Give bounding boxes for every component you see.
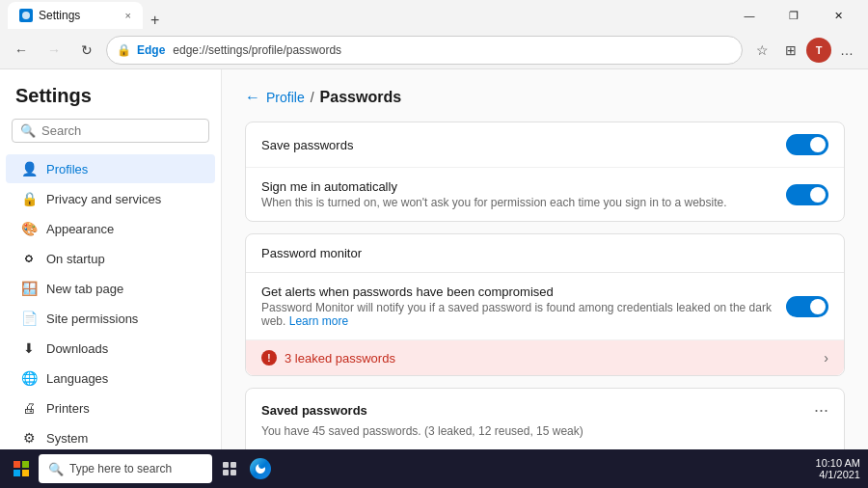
breadcrumb-profile-link[interactable]: Profile [266, 90, 305, 105]
search-input[interactable] [41, 123, 203, 138]
taskbar-search-placeholder: Type here to search [69, 462, 172, 475]
taskbar-search-icon: 🔍 [48, 462, 64, 476]
lock-icon: 🔒 [117, 43, 131, 57]
collections-button[interactable]: ⊞ [777, 37, 804, 64]
svg-rect-14 [22, 470, 29, 476]
monitor-alert-row: Get alerts when passwords have been comp… [246, 273, 844, 340]
saved-passwords-header: Saved passwords ··· [246, 389, 844, 424]
sidebar-item-profiles[interactable]: 👤 Profiles [6, 154, 215, 183]
tab-title: Settings [39, 9, 80, 22]
system-icon: ⚙ [21, 430, 37, 446]
settings-tab[interactable]: Settings × [8, 2, 143, 29]
tab-bar: Settings × + [8, 2, 719, 29]
sidebar-item-printers[interactable]: 🖨 Printers [6, 393, 215, 422]
title-bar: Settings × + — ❐ ✕ [0, 0, 868, 31]
sidebar-title: Settings [0, 85, 221, 119]
svg-rect-13 [14, 470, 20, 476]
address-text: edge://settings/profile/passwords [173, 43, 341, 57]
monitor-header-row: Password monitor [246, 234, 844, 273]
edge-taskbar-button[interactable] [247, 455, 274, 482]
breadcrumb: ← Profile / Passwords [245, 89, 845, 106]
save-passwords-row: Save passwords [246, 122, 844, 168]
sidebar-item-system[interactable]: ⚙ System [6, 423, 215, 449]
settings-tab-icon [19, 9, 33, 22]
site-permissions-icon: 📄 [21, 311, 37, 326]
settings-more-button[interactable]: … [833, 37, 860, 64]
sidebar-item-languages[interactable]: 🌐 Languages [6, 364, 215, 393]
sidebar: Settings 🔍 👤 Profiles 🔒 Privacy and serv… [0, 69, 222, 449]
password-monitor-section: Password monitor Get alerts when passwor… [245, 233, 845, 376]
minimize-button[interactable]: — [727, 0, 772, 31]
sidebar-item-label: Privacy and services [46, 192, 161, 206]
sidebar-item-startup[interactable]: ⭘ On startup [6, 244, 215, 273]
saved-passwords-section: Saved passwords ··· You have 45 saved pa… [245, 388, 845, 449]
saved-passwords-title: Saved passwords [261, 403, 367, 418]
new-tab-button[interactable]: + [145, 12, 165, 29]
svg-rect-15 [223, 462, 229, 468]
sidebar-item-new-tab[interactable]: 🪟 New tab page [6, 274, 215, 303]
svg-rect-18 [231, 470, 236, 475]
save-passwords-toggle[interactable] [786, 134, 828, 155]
back-button[interactable]: ← [8, 37, 35, 64]
sidebar-item-label: System [46, 431, 88, 446]
password-monitor-heading: Password monitor [261, 246, 362, 260]
startup-icon: ⭘ [21, 251, 37, 266]
sign-in-toggle[interactable] [786, 184, 828, 205]
printers-icon: 🖨 [21, 400, 37, 416]
saved-passwords-more-button[interactable]: ··· [814, 400, 828, 420]
taskbar-clock: 10:10 AM 4/1/2021 [816, 457, 860, 480]
leaked-count-label: 3 leaked passwords [285, 351, 395, 366]
sign-in-row: Sign me in automatically When this is tu… [246, 168, 844, 221]
restore-button[interactable]: ❐ [772, 0, 816, 31]
sidebar-item-label: On startup [46, 252, 105, 266]
favorites-button[interactable]: ☆ [748, 37, 775, 64]
sidebar-item-appearance[interactable]: 🎨 Appearance [6, 214, 215, 243]
alert-left: ! 3 leaked passwords [261, 350, 395, 366]
breadcrumb-back-button[interactable]: ← [245, 89, 260, 106]
svg-rect-11 [14, 461, 20, 468]
taskbar: 🔍 Type here to search 10:10 AM 4/1/2021 [0, 449, 868, 488]
edge-label: Edge [137, 43, 165, 57]
sidebar-search[interactable]: 🔍 [12, 119, 209, 143]
leaked-passwords-alert[interactable]: ! 3 leaked passwords › [246, 340, 844, 375]
sign-in-sublabel: When this is turned on, we won't ask you… [261, 196, 727, 209]
sidebar-item-label: Profiles [46, 162, 88, 176]
new-tab-icon: 🪟 [21, 281, 37, 296]
downloads-icon: ⬇ [21, 340, 37, 356]
sidebar-item-label: New tab page [46, 282, 123, 296]
sidebar-item-label: Downloads [46, 341, 108, 356]
svg-rect-12 [22, 461, 29, 468]
profile-button[interactable]: T [806, 38, 831, 63]
monitor-toggle[interactable] [786, 296, 828, 317]
edge-icon [250, 458, 271, 479]
nav-right: ☆ ⊞ T … [748, 37, 860, 64]
close-button[interactable]: ✕ [816, 0, 860, 31]
breadcrumb-separator: / [311, 90, 314, 105]
taskbar-search-box[interactable]: 🔍 Type here to search [39, 454, 212, 483]
window-controls: — ❐ ✕ [727, 0, 860, 31]
taskbar-date: 4/1/2021 [819, 469, 860, 480]
saved-passwords-count: You have 45 saved passwords. (3 leaked, … [246, 424, 844, 447]
monitor-alert-label: Get alerts when passwords have been comp… [261, 285, 786, 299]
forward-button[interactable]: → [41, 37, 68, 64]
monitor-alert-sublabel: Password Monitor will notify you if a sa… [261, 301, 786, 328]
appearance-icon: 🎨 [21, 221, 37, 236]
learn-more-link[interactable]: Learn more [289, 314, 348, 328]
svg-rect-16 [231, 462, 236, 468]
save-passwords-label: Save passwords [261, 138, 353, 152]
languages-icon: 🌐 [21, 370, 37, 386]
sidebar-item-downloads[interactable]: ⬇ Downloads [6, 334, 215, 363]
sidebar-item-site-permissions[interactable]: 📄 Site permissions [6, 304, 215, 333]
taskbar-time: 10:10 AM [816, 457, 860, 469]
main-layout: Settings 🔍 👤 Profiles 🔒 Privacy and serv… [0, 69, 868, 449]
sidebar-item-privacy[interactable]: 🔒 Privacy and services [6, 184, 215, 213]
tab-close-button[interactable]: × [125, 10, 131, 21]
breadcrumb-current-page: Passwords [320, 89, 401, 106]
start-button[interactable] [8, 455, 35, 482]
sidebar-item-label: Languages [46, 371, 108, 386]
sign-in-label: Sign me in automatically [261, 179, 727, 194]
refresh-button[interactable]: ↻ [73, 37, 100, 64]
address-bar[interactable]: 🔒 Edge edge://settings/profile/passwords [106, 36, 743, 65]
alert-chevron-icon: › [824, 350, 828, 366]
task-view-button[interactable] [216, 455, 243, 482]
